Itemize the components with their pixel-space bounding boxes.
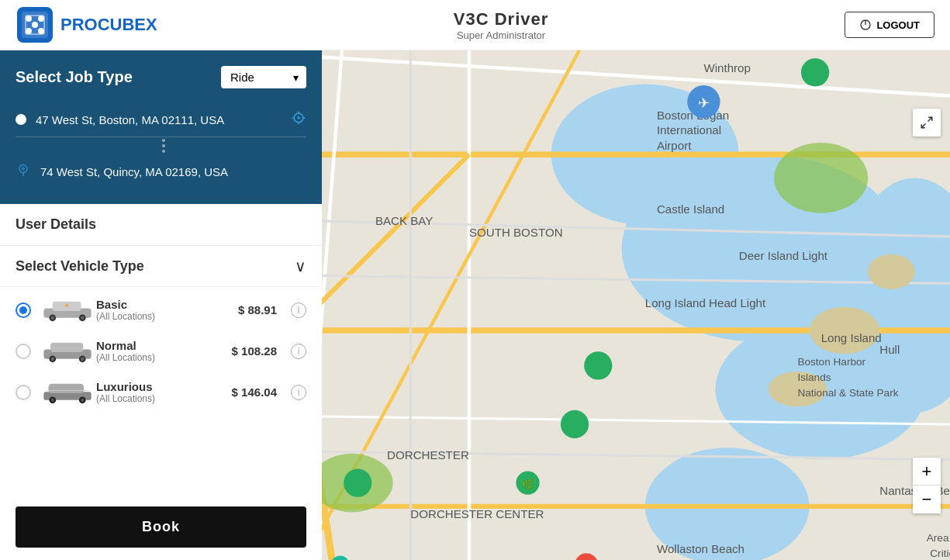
info-icon-luxurious[interactable]: i bbox=[291, 385, 306, 400]
vehicle-option-basic[interactable]: ★ Basic (All Locations) $ 88.91 i bbox=[16, 295, 306, 325]
header: PROCUBEX V3C Driver Super Administrator … bbox=[0, 0, 950, 50]
vehicle-type-header[interactable]: Select Vehicle Type ∨ bbox=[16, 257, 306, 275]
svg-text:Long Island: Long Island bbox=[821, 331, 882, 344]
zoom-in-button[interactable]: + bbox=[913, 458, 941, 486]
svg-text:Hull: Hull bbox=[879, 343, 900, 356]
radio-inner-basic bbox=[19, 306, 27, 314]
svg-text:Castle Island: Castle Island bbox=[657, 202, 724, 216]
svg-line-112 bbox=[928, 117, 932, 121]
info-icon-basic[interactable]: i bbox=[291, 302, 306, 318]
info-icon-normal[interactable]: i bbox=[291, 344, 306, 359]
svg-point-88 bbox=[344, 468, 371, 496]
svg-text:SOUTH BOSTON: SOUTH BOSTON bbox=[469, 226, 563, 239]
vehicle-locations-normal: (All Locations) bbox=[96, 352, 223, 363]
vehicle-name-luxurious: Luxurious bbox=[96, 380, 223, 393]
origin-text: 47 West St, Boston, MA 02111, USA bbox=[36, 113, 282, 126]
svg-point-40 bbox=[868, 254, 914, 289]
vehicle-locations-basic: (All Locations) bbox=[96, 311, 229, 322]
svg-rect-131 bbox=[50, 343, 83, 352]
sidebar: Select Job Type Ride Delivery 47 West St… bbox=[0, 50, 322, 560]
zoom-out-button[interactable]: − bbox=[913, 486, 941, 513]
header-subtitle: Super Administrator bbox=[454, 29, 549, 41]
svg-point-3 bbox=[38, 16, 44, 22]
svg-text:Critica...: Critica... bbox=[930, 548, 950, 559]
origin-dot bbox=[16, 114, 26, 125]
sidebar-top: Select Job Type Ride Delivery 47 West St… bbox=[0, 50, 322, 204]
svg-text:BACK BAY: BACK BAY bbox=[375, 214, 433, 227]
job-type-select[interactable]: Ride Delivery bbox=[221, 66, 306, 88]
user-details-section: User Details bbox=[0, 204, 322, 246]
vehicle-option-luxurious[interactable]: Luxurious (All Locations) $ 146.04 i bbox=[16, 377, 306, 407]
svg-point-140 bbox=[51, 399, 54, 402]
svg-text:International: International bbox=[657, 123, 721, 137]
power-icon bbox=[859, 19, 872, 31]
svg-text:★: ★ bbox=[64, 302, 69, 308]
fullscreen-icon bbox=[920, 116, 934, 130]
svg-point-127 bbox=[51, 316, 54, 320]
svg-text:Deer Island Light: Deer Island Light bbox=[739, 249, 828, 262]
vehicle-options-list: ★ Basic (All Locations) $ 88.91 i bbox=[0, 287, 322, 415]
header-title: V3C Driver bbox=[454, 9, 549, 29]
svg-point-134 bbox=[51, 358, 54, 361]
svg-rect-137 bbox=[49, 384, 85, 393]
svg-point-5 bbox=[38, 28, 44, 34]
svg-point-91 bbox=[561, 410, 589, 438]
svg-point-128 bbox=[81, 316, 84, 320]
logo-text: PROCUBEX bbox=[60, 15, 157, 35]
radio-normal[interactable] bbox=[16, 344, 31, 359]
job-type-select-wrapper[interactable]: Ride Delivery bbox=[221, 66, 306, 88]
svg-text:Boston Harbor: Boston Harbor bbox=[797, 356, 865, 368]
svg-text:National & State Park: National & State Park bbox=[797, 387, 898, 399]
svg-text:🌿: 🌿 bbox=[521, 478, 534, 491]
vehicle-type-title: Select Vehicle Type bbox=[16, 258, 144, 275]
book-button[interactable]: Book bbox=[16, 506, 306, 548]
user-details-title: User Details bbox=[16, 216, 306, 233]
radio-basic[interactable] bbox=[16, 302, 31, 318]
svg-text:Islands: Islands bbox=[797, 372, 831, 383]
vehicle-name-normal: Normal bbox=[96, 339, 223, 352]
logo-pro: PRO bbox=[60, 15, 98, 34]
svg-point-2 bbox=[26, 16, 32, 22]
origin-row: 47 West St, Boston, MA 02111, USA bbox=[16, 102, 306, 137]
map-zoom-controls: + − bbox=[913, 458, 941, 513]
logout-button[interactable]: LOGOUT bbox=[845, 12, 934, 38]
vehicle-info-basic: Basic (All Locations) bbox=[96, 298, 229, 322]
svg-point-121 bbox=[22, 167, 25, 170]
route-connector bbox=[21, 137, 306, 154]
vehicle-info-normal: Normal (All Locations) bbox=[96, 339, 223, 363]
header-center: V3C Driver Super Administrator bbox=[454, 9, 549, 41]
svg-text:✈: ✈ bbox=[698, 95, 710, 111]
location-target-icon[interactable] bbox=[291, 110, 306, 129]
svg-text:DORCHESTER CENTER: DORCHESTER CENTER bbox=[410, 507, 544, 520]
logo: PROCUBEX bbox=[16, 5, 157, 44]
sidebar-bottom: User Details Select Vehicle Type ∨ bbox=[0, 204, 322, 560]
chevron-down-icon: ∨ bbox=[295, 257, 306, 275]
svg-point-141 bbox=[81, 399, 84, 402]
vehicle-locations-luxurious: (All Locations) bbox=[96, 393, 223, 404]
vehicle-info-luxurious: Luxurious (All Locations) bbox=[96, 380, 223, 404]
svg-text:DORCHESTER: DORCHESTER bbox=[387, 448, 469, 461]
destination-pin-icon bbox=[16, 162, 31, 181]
svg-point-90 bbox=[584, 351, 612, 379]
destination-row: 74 West St, Quincy, MA 02169, USA bbox=[16, 154, 306, 188]
svg-text:Airport: Airport bbox=[657, 139, 692, 152]
radio-luxurious[interactable] bbox=[16, 385, 31, 400]
job-type-row: Select Job Type Ride Delivery bbox=[16, 66, 306, 88]
svg-point-6 bbox=[32, 22, 38, 28]
logo-cubex: CUBEX bbox=[98, 15, 157, 34]
svg-text:Winthrop: Winthrop bbox=[703, 61, 750, 74]
car-image-luxurious bbox=[40, 377, 87, 407]
job-type-label: Select Job Type bbox=[16, 68, 133, 86]
book-section: Book bbox=[0, 494, 322, 560]
svg-text:Area of: Area of bbox=[927, 532, 950, 544]
svg-point-119 bbox=[297, 116, 299, 119]
fullscreen-button[interactable] bbox=[913, 109, 941, 137]
destination-text: 74 West St, Quincy, MA 02169, USA bbox=[40, 165, 306, 178]
vehicle-type-section: Select Vehicle Type ∨ bbox=[0, 246, 322, 287]
svg-point-39 bbox=[810, 307, 880, 354]
vehicle-option-normal[interactable]: Normal (All Locations) $ 108.28 i bbox=[16, 336, 306, 366]
logo-icon bbox=[16, 5, 54, 44]
svg-line-113 bbox=[921, 124, 925, 128]
vehicle-price-luxurious: $ 146.04 bbox=[232, 385, 277, 399]
logout-label: LOGOUT bbox=[876, 19, 920, 31]
